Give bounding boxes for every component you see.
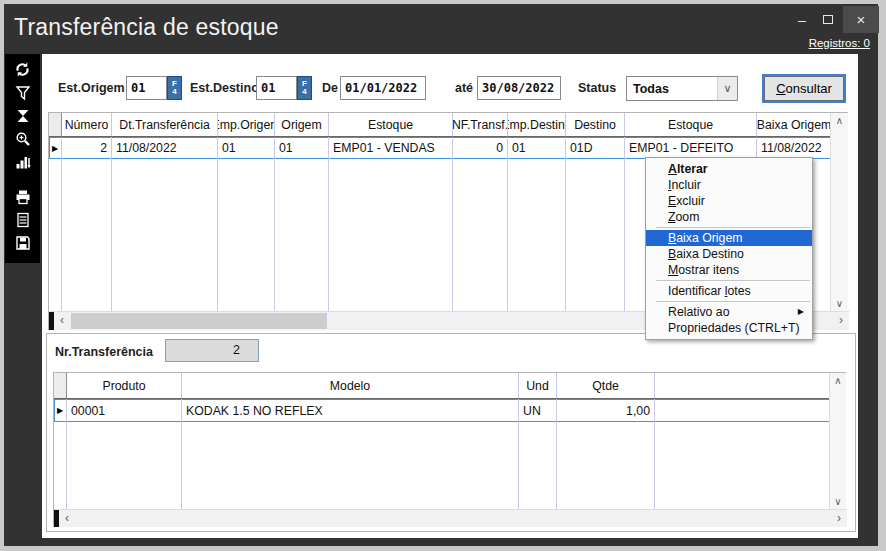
- cell-origem: 01: [275, 137, 329, 159]
- maximize-icon: [823, 15, 833, 24]
- maximize-button[interactable]: [817, 10, 839, 30]
- table-row[interactable]: ▶ 00001 KODAK 1.5 NO REFLEX UN 1,00: [54, 399, 830, 422]
- report-icon[interactable]: [5, 208, 40, 231]
- cell-destino: 01D: [566, 137, 625, 159]
- status-label: Status: [578, 81, 616, 95]
- zoom-icon[interactable]: [5, 127, 40, 150]
- app-window: Transferência de estoque – × Registros: …: [0, 0, 886, 551]
- column-header-estoque-destino[interactable]: Estoque: [625, 113, 757, 136]
- registros-link[interactable]: Registros: 0: [809, 37, 870, 49]
- cell-estoque-origem: EMP01 - VENDAS: [329, 137, 453, 159]
- print-icon[interactable]: [5, 185, 40, 208]
- cell-empty: [655, 399, 830, 422]
- cell-modelo: KODAK 1.5 NO REFLEX: [182, 399, 519, 422]
- cell-nf-transf: 0: [453, 137, 508, 159]
- menu-separator: [656, 301, 810, 302]
- scroll-right-icon[interactable]: ›: [831, 510, 847, 527]
- est-origem-label: Est.Origem: [58, 81, 125, 95]
- column-header-produto[interactable]: Produto: [67, 373, 182, 398]
- est-origem-input[interactable]: [126, 76, 167, 100]
- column-header-origem[interactable]: Origem: [275, 113, 329, 136]
- date-to-label: até: [455, 81, 473, 95]
- menu-item-baixa-destino[interactable]: Baixa Destino: [646, 246, 812, 262]
- transfers-grid-vscrollbar[interactable]: ∧ ∨: [830, 113, 848, 312]
- scroll-left-icon[interactable]: ‹: [54, 312, 70, 330]
- items-grid-hscrollbar[interactable]: ‹ ›: [54, 509, 847, 527]
- items-grid-vscrollbar[interactable]: ∧ ∨: [829, 373, 846, 510]
- menu-separator: [656, 280, 810, 281]
- refresh-icon[interactable]: [5, 58, 40, 81]
- items-groupbox: Nr.Transferência 2 Produto Modelo Und Qt…: [46, 333, 856, 532]
- items-grid-header: Produto Modelo Und Qtde: [54, 373, 830, 399]
- chevron-down-icon: ∨: [717, 77, 737, 100]
- sidebar-toolbar: [5, 54, 40, 263]
- column-header-numero[interactable]: Número: [62, 113, 112, 136]
- sort-icon[interactable]: [5, 150, 40, 173]
- transfers-grid-header: Número Dt.Transferência Emp.Origem Orige…: [49, 113, 831, 137]
- est-destino-label: Est.Destino: [190, 81, 259, 95]
- est-destino-lookup-button[interactable]: F4: [297, 76, 312, 100]
- column-header-dt-transferencia[interactable]: Dt.Transferência: [112, 113, 218, 136]
- scroll-up-icon[interactable]: ∧: [831, 113, 848, 129]
- column-header-empty: [655, 373, 830, 398]
- cell-qtde: 1,00: [557, 399, 655, 422]
- scroll-up-icon[interactable]: ∧: [830, 373, 846, 389]
- column-header-estoque-origem[interactable]: Estoque: [329, 113, 453, 136]
- column-header-baixa-origem[interactable]: Baixa Origem: [757, 113, 831, 136]
- date-to-input[interactable]: [477, 76, 561, 100]
- column-header-emp-origem[interactable]: Emp.Origem: [218, 113, 275, 136]
- menu-separator: [656, 227, 810, 228]
- menu-item-mostrar-itens[interactable]: Mostrar itens: [646, 262, 812, 278]
- cell-emp-destino: 01: [508, 137, 566, 159]
- window-title: Transferência de estoque: [14, 14, 279, 41]
- cell-produto: 00001: [67, 399, 182, 422]
- nr-transferencia-field: 2: [165, 339, 259, 362]
- status-select[interactable]: Todas ∨: [626, 76, 738, 101]
- scroll-down-icon[interactable]: ∨: [831, 296, 848, 312]
- column-header-modelo[interactable]: Modelo: [182, 373, 519, 398]
- items-grid: Produto Modelo Und Qtde ▶ 00001 KODAK 1.…: [53, 372, 846, 527]
- menu-item-propriedades[interactable]: Propriedades (CTRL+T): [646, 320, 812, 336]
- cell-baixa-origem: 11/08/2022: [757, 137, 831, 159]
- cell-numero: 2: [62, 137, 112, 159]
- menu-item-alterar[interactable]: Alterar: [646, 161, 812, 177]
- consultar-button[interactable]: Consultar: [762, 74, 846, 103]
- est-destino-input[interactable]: [256, 76, 297, 100]
- column-header-destino[interactable]: Destino: [566, 113, 625, 136]
- hscroll-thumb[interactable]: [71, 313, 327, 329]
- menu-item-identificar-lotes[interactable]: Identificar lotes: [646, 283, 812, 299]
- submenu-arrow-icon: ▶: [798, 304, 804, 320]
- cell-und: UN: [519, 399, 557, 422]
- context-menu: Alterar Incluir Excluir Zoom Baixa Orige…: [645, 157, 813, 340]
- column-header-und[interactable]: Und: [519, 373, 557, 398]
- table-row[interactable]: ▶ 2 11/08/2022 01 01 EMP01 - VENDAS 0 01…: [49, 137, 831, 159]
- save-icon[interactable]: [5, 231, 40, 254]
- minimize-button[interactable]: –: [791, 10, 813, 30]
- clear-filter-icon[interactable]: [5, 104, 40, 127]
- row-indicator-icon: ▶: [54, 399, 67, 422]
- menu-item-zoom[interactable]: Zoom: [646, 209, 812, 225]
- status-value: Todas: [627, 82, 717, 96]
- filter-icon[interactable]: [5, 81, 40, 104]
- grid-empty-area: [54, 422, 830, 510]
- menu-item-incluir[interactable]: Incluir: [646, 177, 812, 193]
- cell-dt-transferencia: 11/08/2022: [112, 137, 218, 159]
- menu-item-excluir[interactable]: Excluir: [646, 193, 812, 209]
- menu-item-baixa-origem[interactable]: Baixa Origem: [646, 230, 812, 246]
- close-button[interactable]: ×: [843, 6, 879, 33]
- column-header-emp-destino[interactable]: Emp.Destino: [508, 113, 566, 136]
- menu-item-relativo-ao[interactable]: Relativo ao▶: [646, 304, 812, 320]
- cell-estoque-destino: EMP01 - DEFEITO: [625, 137, 757, 159]
- cell-emp-origem: 01: [218, 137, 275, 159]
- indicator-column-header: [54, 373, 67, 398]
- date-from-input[interactable]: [340, 76, 426, 100]
- est-origem-lookup-button[interactable]: F4: [167, 76, 182, 100]
- scroll-down-icon[interactable]: ∨: [830, 494, 846, 510]
- column-header-nf-transf[interactable]: NF.Transf.: [453, 113, 508, 136]
- indicator-column-header: [49, 113, 62, 136]
- menu-item-label: Relativo ao: [668, 305, 730, 319]
- scroll-right-icon[interactable]: ›: [833, 312, 849, 330]
- column-header-qtde[interactable]: Qtde: [557, 373, 655, 398]
- scroll-left-icon[interactable]: ‹: [59, 510, 75, 527]
- row-indicator-icon: ▶: [49, 137, 62, 159]
